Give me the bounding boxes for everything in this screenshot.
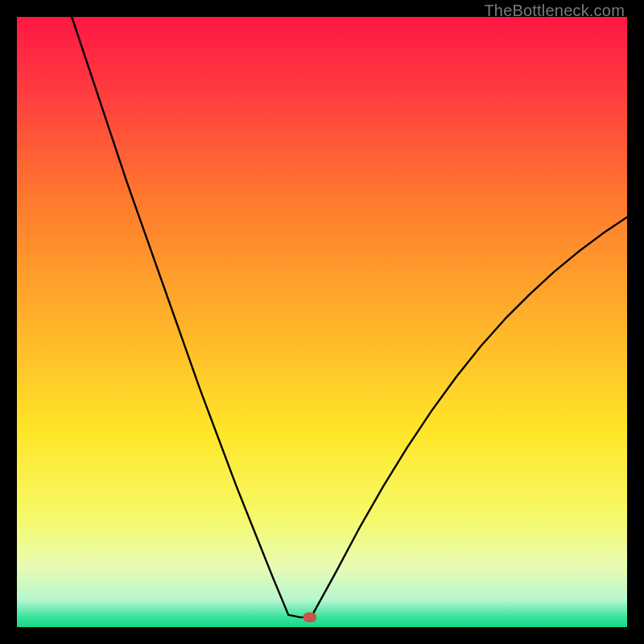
valley-marker bbox=[303, 613, 317, 622]
bottleneck-chart bbox=[17, 17, 627, 627]
chart-background bbox=[17, 17, 627, 627]
chart-marker-group bbox=[303, 613, 317, 622]
chart-frame bbox=[17, 17, 627, 627]
watermark-text: TheBottleneck.com bbox=[484, 2, 625, 20]
